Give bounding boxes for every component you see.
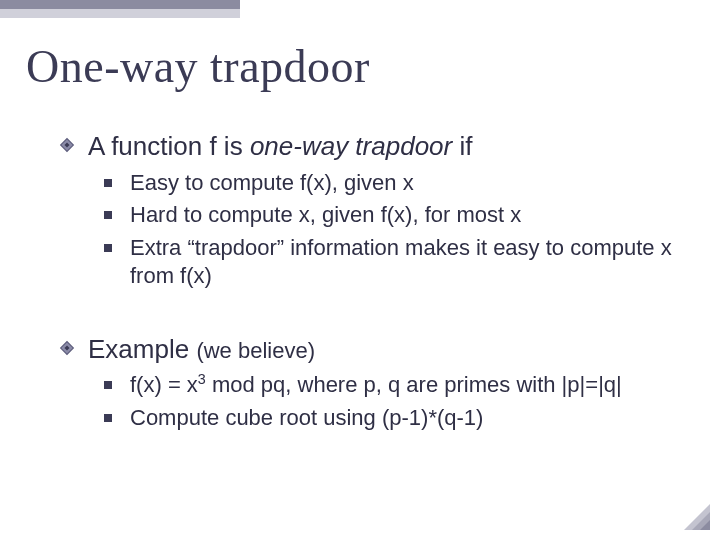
square-icon [104, 244, 112, 252]
section1-lead-italic: one-way trapdoor [250, 131, 452, 161]
section1-item-2: Extra “trapdoor” information makes it ea… [130, 234, 690, 291]
section2-item-0: f(x) = x3 mod pq, where p, q are primes … [130, 371, 622, 400]
section1-lead: A function f is one-way trapdoor if [88, 130, 472, 163]
section2-item-1: Compute cube root using (p-1)*(q-1) [130, 404, 483, 433]
spacer [58, 295, 692, 323]
diamond-icon [58, 339, 76, 357]
section1-sublist: Easy to compute f(x), given x Hard to co… [104, 169, 692, 291]
section1-item-0: Easy to compute f(x), given x [130, 169, 414, 198]
square-icon [104, 211, 112, 219]
list-item: f(x) = x3 mod pq, where p, q are primes … [104, 371, 692, 400]
list-item: Easy to compute f(x), given x [104, 169, 692, 198]
section1-lead-pre: A function f is [88, 131, 250, 161]
slide-title: One-way trapdoor [26, 40, 370, 93]
list-item: Compute cube root using (p-1)*(q-1) [104, 404, 692, 433]
corner-ornament-icon [684, 504, 710, 530]
square-icon [104, 179, 112, 187]
top-accent-dark [0, 0, 240, 9]
section1-lead-post: if [452, 131, 472, 161]
bullet-level1: A function f is one-way trapdoor if [58, 130, 692, 163]
slide-body: A function f is one-way trapdoor if Easy… [58, 120, 692, 437]
square-icon [104, 381, 112, 389]
top-accent-light [0, 9, 240, 18]
section2-item-a-sup: 3 [198, 371, 206, 387]
slide: One-way trapdoor A function f is one-way… [0, 0, 720, 540]
section2-lead-main: Example [88, 334, 196, 364]
section2-sublist: f(x) = x3 mod pq, where p, q are primes … [104, 371, 692, 432]
top-accent-bar [0, 0, 240, 18]
square-icon [104, 414, 112, 422]
list-item: Hard to compute x, given f(x), for most … [104, 201, 692, 230]
list-item: Extra “trapdoor” information makes it ea… [104, 234, 692, 291]
diamond-icon [58, 136, 76, 154]
section2-item-a-pre: f(x) = x [130, 372, 198, 397]
bullet-level1: Example (we believe) [58, 333, 692, 366]
section2-lead: Example (we believe) [88, 333, 315, 366]
section2-item-a-post: mod pq, where p, q are primes with |p|=|… [206, 372, 622, 397]
section2-lead-paren: (we believe) [196, 338, 315, 363]
section1-item-1: Hard to compute x, given f(x), for most … [130, 201, 521, 230]
